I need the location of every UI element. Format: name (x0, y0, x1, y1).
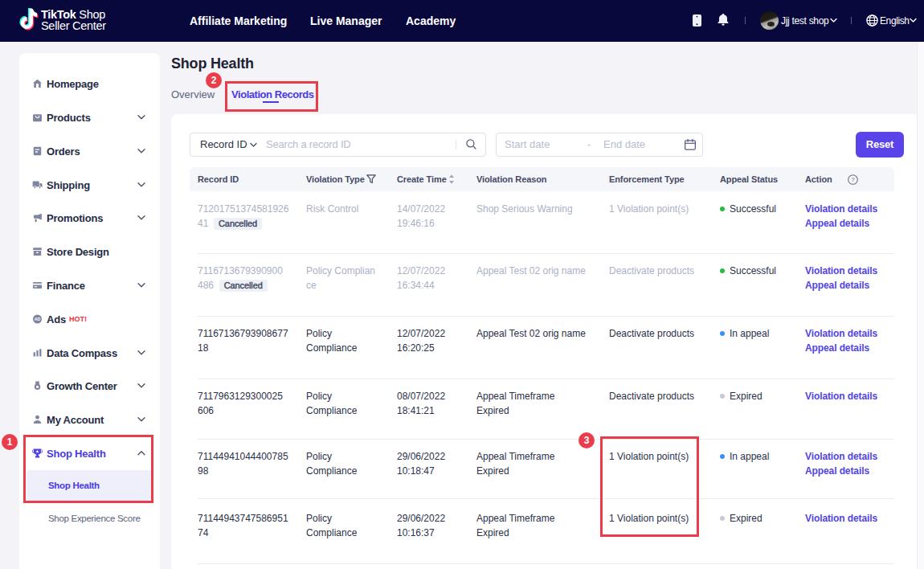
svg-text:?: ? (851, 176, 855, 183)
svg-text:AD: AD (35, 316, 41, 321)
